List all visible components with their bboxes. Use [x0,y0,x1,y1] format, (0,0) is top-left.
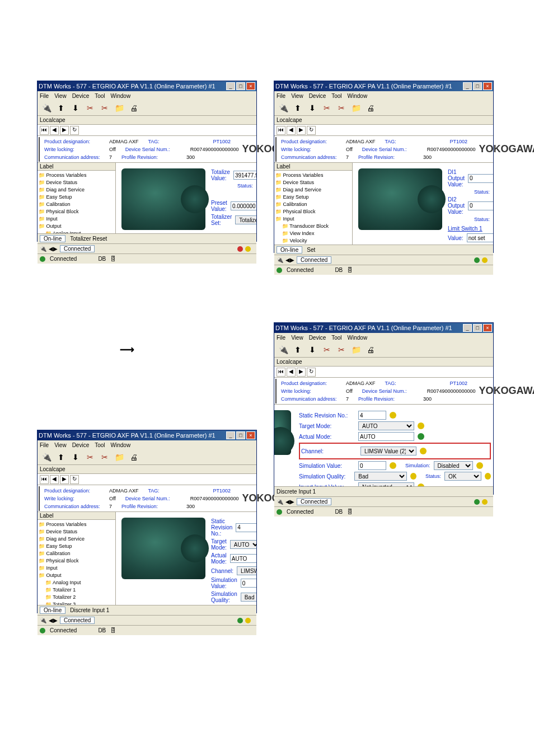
titlebar[interactable]: DTM Works - 577 - ETGRIO AXF PA V1.1 (On… [38,430,256,440]
tree-node[interactable]: Device Status [275,179,351,186]
menu-tool[interactable]: Tool [331,93,341,99]
close-button[interactable]: × [246,431,255,439]
tree-node[interactable]: Process Variables [275,172,351,179]
titlebar[interactable]: DTM Works - 577 - ETGRIO AXF PA V1.1 (On… [274,81,493,91]
menu-view[interactable]: View [54,93,67,99]
sim-val-input[interactable] [358,461,386,470]
connect-icon[interactable]: 🔌 [277,343,290,356]
tree-node[interactable]: Easy Setup [39,194,114,201]
channel-select[interactable]: LIMSW Value (2) [360,447,416,456]
nav-refresh-icon[interactable]: ↻ [70,475,79,484]
actual-mode-input[interactable] [358,432,414,441]
tree-node[interactable]: Input [39,565,114,572]
menu-file[interactable]: File [40,442,49,448]
tree-node[interactable]: Process Variables [39,521,114,528]
static-rev-input[interactable] [358,411,386,420]
tree-node[interactable]: Easy Setup [39,543,114,550]
download-icon[interactable]: ⬇ [306,101,319,115]
tree-node[interactable]: Diag and Service [275,186,351,194]
menu-window[interactable]: Window [111,93,131,99]
nav-next-icon[interactable]: ▶ [60,475,69,484]
download-icon[interactable]: ⬇ [306,343,319,356]
menu-file[interactable]: File [277,93,285,99]
print-icon[interactable]: 🖨 [364,343,377,356]
totalize-value-input[interactable] [233,171,256,180]
connect-icon[interactable]: 🔌 [40,101,53,115]
connect-icon[interactable]: 🔌 [40,450,53,464]
titlebar[interactable]: DTM Works - 577 - ETGRIO AXF PA V1.1 (On… [274,323,493,333]
menu-tool[interactable]: Tool [331,335,341,341]
preset-value-input[interactable] [231,201,256,210]
tree-node[interactable]: Output [39,572,114,579]
close-button[interactable]: × [483,324,492,332]
tree-node[interactable]: Output [39,223,114,230]
tree-node[interactable]: Physical Block [39,557,114,565]
tool-icon[interactable]: ✂ [83,101,97,115]
tool2-icon[interactable]: ✂ [98,450,111,464]
tree-node[interactable]: Physical Block [275,208,351,215]
maximize-button[interactable]: □ [473,324,482,332]
menu-view[interactable]: View [291,93,303,99]
nav-next-icon[interactable]: ▶ [297,126,306,135]
folder-icon[interactable]: 📁 [349,343,363,356]
folder-icon[interactable]: 📁 [349,101,363,115]
nav-first-icon[interactable]: ⏮ [277,368,285,377]
tree[interactable]: Process Variables Device Status Diag and… [38,171,115,233]
download-icon[interactable]: ⬇ [69,450,82,464]
nav-refresh-icon[interactable]: ↻ [307,368,316,377]
online-label[interactable]: On-line [277,246,302,253]
menu-device[interactable]: Device [309,335,326,341]
print-icon[interactable]: 🖨 [127,450,140,464]
tree-node[interactable]: Analog Input [39,230,114,233]
folder-icon[interactable]: 📁 [113,101,126,115]
maximize-button[interactable]: □ [236,82,245,90]
minimize-button[interactable]: _ [226,82,235,90]
nav-prev-icon[interactable]: ◀ [287,368,296,377]
titlebar[interactable]: DTM Works - 577 - ETGRIO AXF PA V1.1 (On… [38,81,256,91]
tree-node[interactable]: Transducer Block [275,223,351,230]
tool-icon[interactable]: ✂ [320,343,334,356]
target-mode-select[interactable]: AUTO [358,421,414,430]
menu-tool[interactable]: Tool [95,93,105,99]
connect-icon[interactable]: 🔌 [277,101,290,115]
tree-node[interactable]: Input [39,215,114,223]
tree-node[interactable]: Totalizer 2 [39,594,114,601]
nav-first-icon[interactable]: ⏮ [277,126,285,135]
nav-prev-icon[interactable]: ◀ [287,126,296,135]
nav-first-icon[interactable]: ⏮ [40,475,49,484]
online-label[interactable]: On-line [40,235,65,242]
tree-node[interactable]: Calibration [39,201,114,208]
minimize-button[interactable]: _ [463,324,472,332]
nav-refresh-icon[interactable]: ↻ [307,126,316,135]
menu-device[interactable]: Device [72,442,90,448]
tree-node[interactable]: Velocity [275,237,351,245]
menu-tool[interactable]: Tool [95,442,105,448]
maximize-button[interactable]: □ [236,431,245,439]
tree-node[interactable]: Easy Setup [275,194,351,201]
value-input[interactable] [467,233,493,242]
tree-node[interactable]: Physical Block [39,208,114,215]
upload-icon[interactable]: ⬆ [54,101,68,115]
download-icon[interactable]: ⬇ [69,101,82,115]
tree-node[interactable]: Process Variables [39,172,114,179]
tool2-icon[interactable]: ✂ [335,101,348,115]
simulation-select[interactable]: Disabled [434,461,473,470]
menu-device[interactable]: Device [309,93,326,99]
tree[interactable]: Process Variables Device Status Diag and… [38,520,115,605]
menu-file[interactable]: File [277,335,285,341]
upload-icon[interactable]: ⬆ [291,343,305,356]
static-rev-input[interactable] [236,523,256,532]
tree-node[interactable]: Totalizer 1 [39,586,114,594]
sim-val-input[interactable] [241,579,256,588]
tree-node[interactable]: Calibration [275,201,351,208]
close-button[interactable]: × [483,82,492,90]
upload-icon[interactable]: ⬆ [54,450,68,464]
tool-icon[interactable]: ✂ [320,101,334,115]
menu-device[interactable]: Device [72,93,90,99]
tool-icon[interactable]: ✂ [83,450,97,464]
tree-node[interactable]: Input [275,215,351,223]
online-label[interactable]: On-line [40,607,65,614]
maximize-button[interactable]: □ [473,82,482,90]
tool2-icon[interactable]: ✂ [335,343,348,356]
upload-icon[interactable]: ⬆ [291,101,305,115]
